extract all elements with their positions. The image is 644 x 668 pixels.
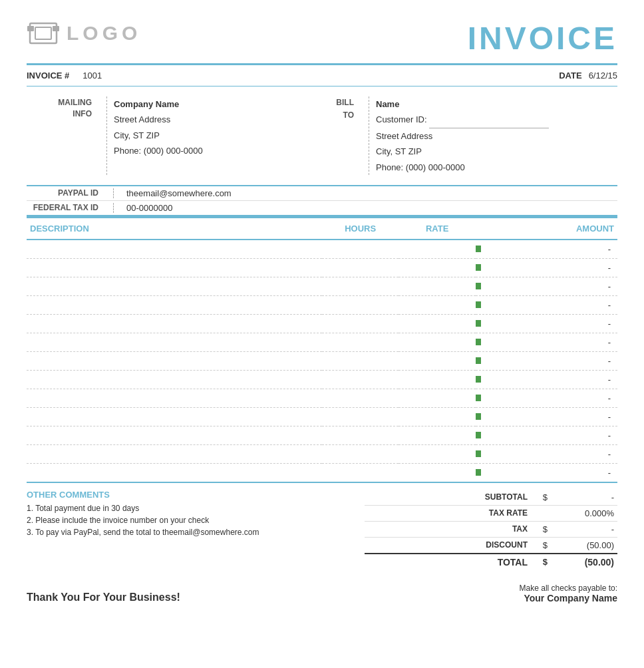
cell-rate — [399, 444, 475, 463]
taxrate-row: TAX RATE 0.000% — [365, 506, 617, 522]
info-section: MAILING INFO Company Name Street Address… — [27, 86, 617, 186]
col-header-description: DESCRIPTION — [27, 217, 322, 240]
cell-description — [27, 333, 322, 351]
table-row: - — [27, 407, 617, 426]
table-row: - — [27, 426, 617, 444]
cell-hours — [322, 314, 399, 333]
green-marker-icon — [476, 469, 481, 476]
bottom-section: Thank You For Your Business! Make all ch… — [27, 584, 617, 603]
to-label: TO — [322, 109, 354, 122]
billing-name: Name — [376, 96, 617, 112]
billing-city: City, ST ZIP — [376, 144, 617, 159]
cell-rate — [399, 351, 475, 370]
cell-rate — [399, 463, 475, 482]
svg-rect-1 — [35, 27, 51, 39]
cell-description — [27, 407, 322, 426]
table-row: - — [27, 295, 617, 314]
green-marker-icon — [476, 339, 481, 345]
comments-title: OTHER COMMENTS — [27, 490, 345, 500]
table-row: - — [27, 351, 617, 370]
cell-description — [27, 277, 322, 295]
green-marker-icon — [476, 283, 481, 289]
cell-description — [27, 463, 322, 482]
cell-description — [27, 389, 322, 407]
payable-label: Make all checks payable to: — [520, 584, 617, 593]
table-row: - — [27, 463, 617, 482]
fedtax-row: FEDERAL TAX ID 00-0000000 — [27, 201, 617, 216]
col-header-hours: HOURS — [322, 217, 399, 240]
cell-rate — [399, 240, 475, 259]
cell-amount: - — [476, 463, 617, 482]
table-row: - — [27, 389, 617, 407]
tax-value: - — [551, 524, 617, 534]
mailing-label: MAILING — [27, 96, 92, 109]
cell-hours — [322, 444, 399, 463]
paypal-value: theemail@somewhere.com — [126, 188, 232, 198]
green-marker-icon — [476, 320, 481, 327]
paypal-label: PAYPAL ID — [27, 188, 106, 198]
total-value: (50.00) — [551, 557, 617, 568]
total-row: TOTAL $ (50.00) — [365, 554, 617, 570]
items-table: DESCRIPTION HOURS RATE AMOUNT - - - - - … — [27, 216, 617, 483]
invoice-number-value: 1001 — [82, 71, 102, 81]
billing-street: Street Address — [376, 128, 617, 144]
mailing-divider — [106, 96, 107, 175]
cell-rate — [399, 258, 475, 277]
cell-hours — [322, 295, 399, 314]
cell-amount: - — [476, 426, 617, 444]
cell-rate — [399, 333, 475, 351]
table-row: - — [27, 240, 617, 259]
cell-amount: - — [476, 333, 617, 351]
cell-description — [27, 258, 322, 277]
discount-value: (50.00) — [551, 540, 617, 550]
total-dollar: $ — [531, 557, 548, 567]
comment-line: 1. Total payment due in 30 days — [27, 504, 345, 513]
bill-label: BILL — [322, 96, 354, 109]
cell-amount: - — [476, 389, 617, 407]
cell-description — [27, 370, 322, 389]
meta-right: DATE 6/12/15 — [559, 71, 617, 81]
green-marker-icon — [476, 395, 481, 401]
cell-rate — [399, 389, 475, 407]
cell-amount: - — [476, 407, 617, 426]
subtotal-dollar: $ — [531, 492, 548, 502]
table-row: - — [27, 444, 617, 463]
total-label: TOTAL — [461, 557, 528, 568]
logo-icon — [27, 20, 60, 47]
discount-row: DISCOUNT $ (50.00) — [365, 538, 617, 554]
header: LOGO INVOICE — [27, 20, 617, 57]
taxrate-label: TAX RATE — [461, 508, 528, 518]
invoice-title: INVOICE — [468, 20, 617, 57]
table-row: - — [27, 333, 617, 351]
cell-amount: - — [476, 314, 617, 333]
bill-to-col: BILL TO — [322, 96, 362, 175]
mailing-label-col: MAILING INFO — [27, 96, 100, 175]
table-row: - — [27, 258, 617, 277]
billing-divider — [369, 96, 369, 175]
col-header-rate: RATE — [399, 217, 475, 240]
table-row: - — [27, 314, 617, 333]
cell-hours — [322, 407, 399, 426]
tax-label: TAX — [461, 524, 528, 534]
table-header-row: DESCRIPTION HOURS RATE AMOUNT — [27, 217, 617, 240]
mailing-content: Company Name Street Address City, ST ZIP… — [114, 96, 203, 175]
svg-rect-2 — [27, 26, 34, 31]
taxrate-value: 0.000% — [551, 508, 617, 518]
comments-lines: 1. Total payment due in 30 days2. Please… — [27, 504, 345, 537]
cell-description — [27, 295, 322, 314]
cell-rate — [399, 277, 475, 295]
comment-line: 2. Please include the invoice number on … — [27, 516, 345, 525]
cell-amount: - — [476, 277, 617, 295]
logo-text: LOGO — [67, 22, 141, 45]
green-marker-icon — [476, 450, 481, 457]
billing-customer-id: Customer ID: — [376, 112, 617, 128]
cell-description — [27, 444, 322, 463]
green-marker-icon — [476, 376, 481, 383]
mailing-phone: Phone: (000) 000-0000 — [114, 143, 203, 158]
subtotal-label: SUBTOTAL — [461, 492, 528, 502]
mailing-city: City, ST ZIP — [114, 128, 203, 143]
mailing-section: MAILING INFO Company Name Street Address… — [27, 96, 322, 175]
svg-rect-0 — [30, 23, 57, 43]
cell-hours — [322, 426, 399, 444]
date-value: 6/12/15 — [589, 71, 617, 81]
